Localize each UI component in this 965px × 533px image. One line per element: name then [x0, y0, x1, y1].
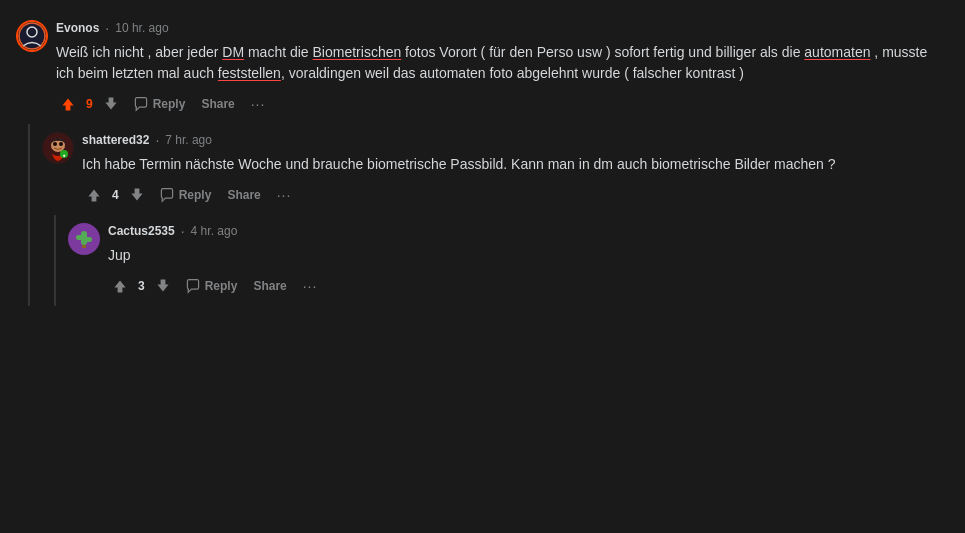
reply-label-cactus2535: Reply — [205, 279, 238, 293]
reply-button-cactus2535[interactable]: Reply — [179, 274, 244, 298]
more-icon-evonos: ··· — [251, 96, 266, 112]
upvote-icon-cactus2535 — [112, 278, 128, 294]
upvote-icon-shattered32 — [86, 187, 102, 203]
svg-point-6 — [59, 142, 63, 146]
username-evonos: Evonos — [56, 21, 99, 35]
reply-bubble-icon-evonos — [133, 96, 149, 112]
comment-header-cactus2535: Cactus2535 · 4 hr. ago — [108, 223, 949, 239]
action-bar-evonos: 9 Reply Share ··· — [56, 92, 949, 116]
highlighted-feststellen: feststellen — [218, 65, 281, 81]
timestamp-cactus2535: 4 hr. ago — [191, 224, 238, 238]
share-button-evonos[interactable]: Share — [195, 93, 240, 115]
separator-2: · — [155, 132, 159, 148]
username-shattered32: shattered32 — [82, 133, 149, 147]
svg-rect-13 — [82, 245, 86, 248]
more-button-cactus2535[interactable]: ··· — [297, 274, 324, 298]
comment-body-evonos: Evonos · 10 hr. ago Weiß ich nicht , abe… — [56, 20, 949, 116]
share-button-cactus2535[interactable]: Share — [247, 275, 292, 297]
comment-body-shattered32: shattered32 · 7 hr. ago Ich habe Termin … — [82, 132, 949, 207]
reply-bubble-icon-shattered32 — [159, 187, 175, 203]
shattered32-avatar-icon: ● — [42, 132, 74, 164]
timestamp-shattered32: 7 hr. ago — [165, 133, 212, 147]
avatar-evonos — [16, 20, 48, 52]
upvote-button-shattered32[interactable] — [82, 183, 106, 207]
upvote-button-cactus2535[interactable] — [108, 274, 132, 298]
evonos-avatar-icon — [18, 22, 46, 50]
vote-count-evonos: 9 — [84, 97, 95, 111]
downvote-button-evonos[interactable] — [99, 92, 123, 116]
downvote-button-shattered32[interactable] — [125, 183, 149, 207]
more-icon-cactus2535: ··· — [303, 278, 318, 294]
share-label-cactus2535: Share — [253, 279, 286, 293]
action-bar-shattered32: 4 Reply Share ··· — [82, 183, 949, 207]
svg-rect-11 — [76, 235, 84, 240]
highlighted-automaten1: automaten — [804, 44, 870, 60]
action-bar-cactus2535: 3 Reply Share — [108, 274, 949, 298]
reply-bubble-icon-cactus2535 — [185, 278, 201, 294]
comment-evonos: Evonos · 10 hr. ago Weiß ich nicht , abe… — [12, 12, 953, 124]
downvote-button-cactus2535[interactable] — [151, 274, 175, 298]
share-label-shattered32: Share — [227, 188, 260, 202]
vote-count-shattered32: 4 — [110, 188, 121, 202]
share-button-shattered32[interactable]: Share — [221, 184, 266, 206]
reply-label-evonos: Reply — [153, 97, 186, 111]
more-button-evonos[interactable]: ··· — [245, 92, 272, 116]
svg-rect-12 — [84, 237, 92, 242]
more-button-shattered32[interactable]: ··· — [271, 183, 298, 207]
comment-cactus2535: Cactus2535 · 4 hr. ago Jup 3 — [64, 215, 953, 306]
indent-level-2: Cactus2535 · 4 hr. ago Jup 3 — [54, 215, 953, 306]
comment-body-cactus2535: Cactus2535 · 4 hr. ago Jup 3 — [108, 223, 949, 298]
upvote-button-evonos[interactable] — [56, 92, 80, 116]
cactus2535-avatar-icon — [68, 223, 100, 255]
comment-text-shattered32: Ich habe Termin nächste Woche und brauch… — [82, 154, 949, 175]
highlighted-biometrischen: Biometrischen — [313, 44, 402, 60]
comment-header-shattered32: shattered32 · 7 hr. ago — [82, 132, 949, 148]
comment-shattered32: ● shattered32 · 7 hr. ago Ich habe Termi… — [38, 124, 953, 215]
upvote-icon-evonos — [60, 96, 76, 112]
svg-text:●: ● — [62, 152, 65, 158]
indent-level-1: ● shattered32 · 7 hr. ago Ich habe Termi… — [28, 124, 953, 306]
username-cactus2535: Cactus2535 — [108, 224, 175, 238]
downvote-icon-shattered32 — [129, 187, 145, 203]
share-label-evonos: Share — [201, 97, 234, 111]
highlighted-dm: DM — [222, 44, 244, 60]
downvote-icon-evonos — [103, 96, 119, 112]
comment-text-cactus2535: Jup — [108, 245, 949, 266]
avatar-shattered32: ● — [42, 132, 74, 164]
reply-label-shattered32: Reply — [179, 188, 212, 202]
downvote-icon-cactus2535 — [155, 278, 171, 294]
more-icon-shattered32: ··· — [277, 187, 292, 203]
separator-3: · — [181, 223, 185, 239]
separator: · — [105, 20, 109, 36]
avatar-cactus2535 — [68, 223, 100, 255]
timestamp-evonos: 10 hr. ago — [115, 21, 168, 35]
svg-point-5 — [53, 142, 57, 146]
comment-header-evonos: Evonos · 10 hr. ago — [56, 20, 949, 36]
reply-button-evonos[interactable]: Reply — [127, 92, 192, 116]
comment-text-evonos: Weiß ich nicht , aber jeder DM macht die… — [56, 42, 949, 84]
vote-count-cactus2535: 3 — [136, 279, 147, 293]
reply-button-shattered32[interactable]: Reply — [153, 183, 218, 207]
